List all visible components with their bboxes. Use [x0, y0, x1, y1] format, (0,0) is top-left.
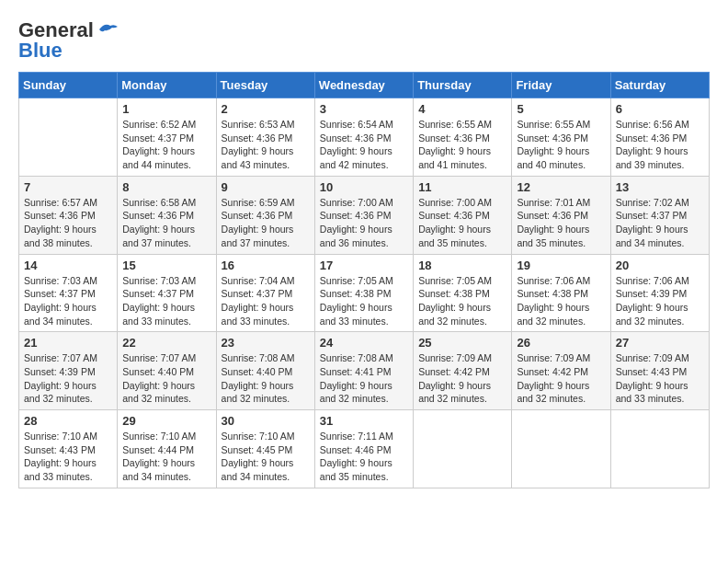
- calendar-week-row: 14Sunrise: 7:03 AMSunset: 4:37 PMDayligh…: [19, 254, 710, 332]
- logo-blue-text: Blue: [18, 39, 63, 63]
- day-info: Sunrise: 7:08 AMSunset: 4:41 PMDaylight:…: [320, 351, 408, 406]
- calendar-cell: 13Sunrise: 7:02 AMSunset: 4:37 PMDayligh…: [610, 176, 709, 254]
- calendar-cell: 4Sunrise: 6:55 AMSunset: 4:36 PMDaylight…: [414, 98, 512, 177]
- calendar-table: SundayMondayTuesdayWednesdayThursdayFrid…: [18, 72, 710, 488]
- calendar-cell: 16Sunrise: 7:04 AMSunset: 4:37 PMDayligh…: [216, 254, 314, 332]
- calendar-cell: 2Sunrise: 6:53 AMSunset: 4:36 PMDaylight…: [216, 98, 314, 177]
- calendar-cell: [19, 98, 118, 177]
- day-number: 6: [616, 102, 704, 116]
- calendar-cell: 8Sunrise: 6:58 AMSunset: 4:36 PMDaylight…: [118, 176, 216, 254]
- calendar-cell: [512, 410, 610, 488]
- calendar-week-row: 1Sunrise: 6:52 AMSunset: 4:37 PMDaylight…: [19, 98, 710, 177]
- calendar-week-row: 28Sunrise: 7:10 AMSunset: 4:43 PMDayligh…: [19, 410, 710, 488]
- calendar-cell: 19Sunrise: 7:06 AMSunset: 4:38 PMDayligh…: [512, 254, 610, 332]
- day-number: 20: [616, 259, 704, 272]
- day-number: 13: [616, 180, 704, 194]
- calendar-cell: 25Sunrise: 7:09 AMSunset: 4:42 PMDayligh…: [414, 332, 512, 410]
- calendar-cell: 6Sunrise: 6:56 AMSunset: 4:36 PMDaylight…: [610, 98, 709, 177]
- day-info: Sunrise: 7:09 AMSunset: 4:42 PMDaylight:…: [418, 351, 506, 406]
- calendar-cell: [414, 410, 512, 488]
- day-number: 2: [222, 102, 310, 116]
- day-info: Sunrise: 7:03 AMSunset: 4:37 PMDaylight:…: [122, 274, 210, 328]
- day-info: Sunrise: 7:00 AMSunset: 4:36 PMDaylight:…: [320, 196, 408, 250]
- day-number: 8: [122, 180, 210, 194]
- calendar-cell: 30Sunrise: 7:10 AMSunset: 4:45 PMDayligh…: [216, 410, 314, 488]
- day-number: 31: [320, 414, 408, 428]
- day-info: Sunrise: 7:07 AMSunset: 4:39 PMDaylight:…: [24, 351, 112, 406]
- day-info: Sunrise: 7:09 AMSunset: 4:43 PMDaylight:…: [616, 351, 704, 406]
- day-info: Sunrise: 6:52 AMSunset: 4:37 PMDaylight:…: [122, 118, 210, 172]
- calendar-cell: 26Sunrise: 7:09 AMSunset: 4:42 PMDayligh…: [512, 332, 610, 410]
- day-info: Sunrise: 6:58 AMSunset: 4:36 PMDaylight:…: [122, 196, 210, 250]
- calendar-cell: 27Sunrise: 7:09 AMSunset: 4:43 PMDayligh…: [610, 332, 709, 410]
- day-number: 14: [24, 259, 112, 272]
- day-info: Sunrise: 6:55 AMSunset: 4:36 PMDaylight:…: [418, 118, 506, 172]
- day-number: 11: [418, 180, 506, 194]
- calendar-cell: 22Sunrise: 7:07 AMSunset: 4:40 PMDayligh…: [118, 332, 216, 410]
- calendar-cell: 12Sunrise: 7:01 AMSunset: 4:36 PMDayligh…: [512, 176, 610, 254]
- calendar-cell: 3Sunrise: 6:54 AMSunset: 4:36 PMDaylight…: [314, 98, 413, 177]
- day-number: 24: [320, 336, 408, 350]
- day-info: Sunrise: 6:56 AMSunset: 4:36 PMDaylight:…: [616, 118, 704, 172]
- day-number: 10: [320, 180, 408, 194]
- day-info: Sunrise: 7:10 AMSunset: 4:45 PMDaylight:…: [222, 430, 310, 484]
- day-info: Sunrise: 6:59 AMSunset: 4:36 PMDaylight:…: [222, 196, 310, 250]
- day-number: 26: [517, 336, 605, 350]
- weekday-header-thursday: Thursday: [414, 73, 512, 98]
- day-number: 19: [517, 259, 605, 272]
- calendar-cell: 21Sunrise: 7:07 AMSunset: 4:39 PMDayligh…: [19, 332, 118, 410]
- day-number: 16: [222, 259, 310, 272]
- day-info: Sunrise: 7:06 AMSunset: 4:38 PMDaylight:…: [517, 274, 605, 328]
- weekday-header-monday: Monday: [118, 73, 216, 98]
- calendar-header: SundayMondayTuesdayWednesdayThursdayFrid…: [19, 73, 710, 98]
- calendar-cell: 18Sunrise: 7:05 AMSunset: 4:38 PMDayligh…: [414, 254, 512, 332]
- day-number: 15: [122, 259, 210, 272]
- day-info: Sunrise: 6:54 AMSunset: 4:36 PMDaylight:…: [320, 118, 408, 172]
- day-info: Sunrise: 7:06 AMSunset: 4:39 PMDaylight:…: [616, 274, 704, 328]
- day-number: 18: [418, 259, 506, 272]
- weekday-header-saturday: Saturday: [610, 73, 709, 98]
- day-info: Sunrise: 7:05 AMSunset: 4:38 PMDaylight:…: [418, 274, 506, 328]
- weekday-header-sunday: Sunday: [19, 73, 118, 98]
- calendar-cell: 9Sunrise: 6:59 AMSunset: 4:36 PMDaylight…: [216, 176, 314, 254]
- calendar-cell: 15Sunrise: 7:03 AMSunset: 4:37 PMDayligh…: [118, 254, 216, 332]
- calendar-cell: 17Sunrise: 7:05 AMSunset: 4:38 PMDayligh…: [314, 254, 413, 332]
- weekday-header-friday: Friday: [512, 73, 610, 98]
- calendar-week-row: 21Sunrise: 7:07 AMSunset: 4:39 PMDayligh…: [19, 332, 710, 410]
- calendar-body: 1Sunrise: 6:52 AMSunset: 4:37 PMDaylight…: [19, 98, 710, 488]
- day-number: 29: [122, 414, 210, 428]
- day-number: 9: [222, 180, 310, 194]
- day-info: Sunrise: 7:02 AMSunset: 4:37 PMDaylight:…: [616, 196, 704, 250]
- day-number: 17: [320, 259, 408, 272]
- day-number: 22: [122, 336, 210, 350]
- day-info: Sunrise: 7:08 AMSunset: 4:40 PMDaylight:…: [222, 351, 310, 406]
- day-number: 5: [517, 102, 605, 116]
- calendar-cell: 11Sunrise: 7:00 AMSunset: 4:36 PMDayligh…: [414, 176, 512, 254]
- calendar-cell: 10Sunrise: 7:00 AMSunset: 4:36 PMDayligh…: [314, 176, 413, 254]
- day-number: 4: [418, 102, 506, 116]
- weekday-header-wednesday: Wednesday: [314, 73, 413, 98]
- day-number: 25: [418, 336, 506, 350]
- day-info: Sunrise: 7:00 AMSunset: 4:36 PMDaylight:…: [418, 196, 506, 250]
- calendar-cell: [610, 410, 709, 488]
- day-info: Sunrise: 7:03 AMSunset: 4:37 PMDaylight:…: [24, 274, 112, 328]
- logo-bird-icon: [97, 22, 118, 39]
- day-info: Sunrise: 6:55 AMSunset: 4:36 PMDaylight:…: [517, 118, 605, 172]
- day-number: 30: [222, 414, 310, 428]
- day-info: Sunrise: 6:53 AMSunset: 4:36 PMDaylight:…: [222, 118, 310, 172]
- day-info: Sunrise: 7:04 AMSunset: 4:37 PMDaylight:…: [222, 274, 310, 328]
- day-info: Sunrise: 7:07 AMSunset: 4:40 PMDaylight:…: [122, 351, 210, 406]
- calendar-cell: 1Sunrise: 6:52 AMSunset: 4:37 PMDaylight…: [118, 98, 216, 177]
- day-info: Sunrise: 7:05 AMSunset: 4:38 PMDaylight:…: [320, 274, 408, 328]
- day-number: 28: [24, 414, 112, 428]
- day-info: Sunrise: 7:11 AMSunset: 4:46 PMDaylight:…: [320, 430, 408, 484]
- weekday-header-tuesday: Tuesday: [216, 73, 314, 98]
- day-number: 1: [122, 102, 210, 116]
- day-info: Sunrise: 7:09 AMSunset: 4:42 PMDaylight:…: [517, 351, 605, 406]
- logo: General Blue: [18, 18, 118, 63]
- weekday-header-row: SundayMondayTuesdayWednesdayThursdayFrid…: [19, 73, 710, 98]
- calendar-week-row: 7Sunrise: 6:57 AMSunset: 4:36 PMDaylight…: [19, 176, 710, 254]
- calendar-cell: 20Sunrise: 7:06 AMSunset: 4:39 PMDayligh…: [610, 254, 709, 332]
- calendar-cell: 29Sunrise: 7:10 AMSunset: 4:44 PMDayligh…: [118, 410, 216, 488]
- calendar-cell: 28Sunrise: 7:10 AMSunset: 4:43 PMDayligh…: [19, 410, 118, 488]
